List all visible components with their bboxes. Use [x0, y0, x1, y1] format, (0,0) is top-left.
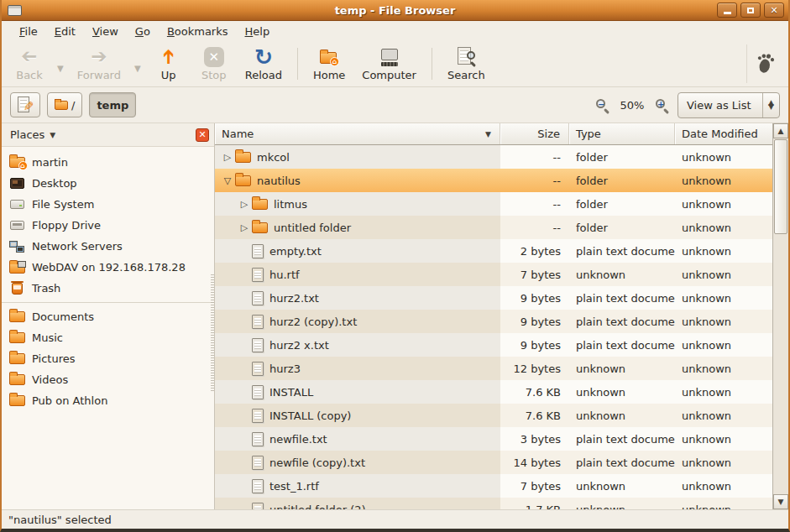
file-row-hu-rtf[interactable]: hu.rtf7 bytesunknownunknown — [215, 263, 772, 286]
zoom-out-button[interactable]: − — [595, 98, 610, 112]
up-button[interactable]: Up — [146, 44, 191, 85]
scrollbar-track[interactable] — [773, 138, 788, 494]
file-list: Name▼SizeTypeDate Modified ▷mkcol--folde… — [215, 123, 772, 509]
menu-item-bookmarks[interactable]: Bookmarks — [160, 23, 236, 40]
file-type: folder — [576, 151, 608, 164]
sidebar-item-network-servers[interactable]: Network Servers — [2, 236, 214, 257]
column-header-name[interactable]: Name▼ — [215, 123, 500, 144]
sidebar-item-videos[interactable]: Videos — [2, 369, 214, 390]
places-header: Places ▼ ✕ — [2, 123, 214, 147]
sidebar-item-webdav-on-192-168-178-28[interactable]: WebDAV on 192.168.178.28 — [2, 257, 214, 278]
sort-descending-icon: ▼ — [485, 130, 491, 138]
file-name: hu.rtf — [269, 269, 300, 281]
file-size: 7 bytes — [521, 269, 561, 281]
file-row-untitled-folder-2-[interactable]: untitled folder (2)1.7 KBunknownunknown — [215, 498, 772, 509]
file-date-modified: unknown — [682, 222, 731, 234]
menu-item-view[interactable]: View — [85, 23, 126, 40]
text-file-icon — [252, 268, 264, 282]
folder-icon — [8, 374, 25, 385]
stop-button[interactable]: Stop — [191, 44, 237, 85]
sidebar-item-desktop[interactable]: Desktop — [2, 173, 214, 194]
file-type: unknown — [576, 269, 625, 281]
titlebar[interactable]: temp - File Browser ✕ — [2, 0, 788, 21]
root-path-button[interactable]: / — [47, 92, 82, 117]
text-file-icon — [252, 385, 264, 399]
computer-button[interactable]: Computer — [353, 44, 425, 85]
file-size: 7.6 KB — [526, 386, 561, 399]
file-row-mkcol[interactable]: ▷mkcol--folderunknown — [215, 145, 772, 169]
file-date-modified: unknown — [682, 151, 731, 164]
places-title[interactable]: Places — [10, 128, 44, 141]
file-type: folder — [576, 198, 608, 211]
file-type: plain text document — [576, 339, 675, 352]
sidebar-item-martin[interactable]: ⌂martin — [2, 152, 214, 173]
file-row-hurz2-txt[interactable]: hurz2.txt9 bytesplain text documentunkno… — [215, 286, 772, 310]
menu-item-edit[interactable]: Edit — [47, 23, 83, 40]
file-size: 1.7 KB — [526, 503, 561, 510]
maximize-button-icon[interactable] — [740, 3, 761, 18]
expander-closed-icon[interactable]: ▷ — [237, 199, 252, 210]
vertical-scrollbar[interactable]: ▲ ▼ — [772, 123, 788, 509]
back-button[interactable]: Back — [7, 44, 52, 85]
minimize-button-icon[interactable] — [717, 3, 737, 18]
reload-button[interactable]: Reload — [237, 44, 290, 85]
file-row-newfile-txt[interactable]: newfile.txt3 bytesplain text documentunk… — [215, 427, 772, 451]
forward-history-dropdown-icon[interactable]: ▼ — [131, 64, 144, 73]
chevron-down-icon: ▼ — [50, 131, 55, 139]
current-path-button[interactable]: temp — [89, 92, 136, 117]
edit-location-button[interactable]: ✎ — [10, 92, 40, 117]
column-header-type[interactable]: Type — [569, 123, 675, 144]
search-button[interactable]: Search — [439, 44, 494, 85]
home-button[interactable]: ⌂Home — [305, 44, 353, 85]
zoom-in-button[interactable]: + — [655, 98, 669, 112]
sidebar-item-floppy-drive[interactable]: Floppy Drive — [2, 215, 214, 236]
file-row-hurz2-x-txt[interactable]: hurz2 x.txt9 bytesplain text documentunk… — [215, 333, 772, 357]
file-row-test-1-rtf[interactable]: test_1.rtf7 bytesunknownunknown — [215, 474, 772, 498]
column-header-date-modified[interactable]: Date Modified — [675, 123, 772, 144]
file-size: -- — [553, 175, 561, 187]
home-folder-icon: ⌂ — [8, 157, 25, 168]
close-sidebar-icon[interactable]: ✕ — [196, 128, 209, 142]
forward-button[interactable]: Forward — [69, 44, 129, 85]
file-row-empty-txt[interactable]: empty.txt2 bytesplain text documentunkno… — [215, 239, 772, 263]
file-date-modified: unknown — [682, 339, 731, 352]
folder-icon — [252, 199, 268, 210]
file-row-newfile-copy-txt[interactable]: newfile (copy).txt14 bytesplain text doc… — [215, 451, 772, 474]
file-date-modified: unknown — [682, 503, 731, 510]
sidebar-item-music[interactable]: Music — [2, 327, 214, 348]
expander-open-icon[interactable]: ▽ — [220, 175, 235, 186]
back-history-dropdown-icon[interactable]: ▼ — [54, 64, 67, 73]
expander-closed-icon[interactable]: ▷ — [220, 152, 235, 163]
menu-item-go[interactable]: Go — [128, 23, 158, 40]
file-name: INSTALL — [269, 386, 313, 399]
sidebar-item-pub-on-athlon[interactable]: Pub on Athlon — [2, 390, 214, 411]
file-row-litmus[interactable]: ▷litmus--folderunknown — [215, 192, 772, 216]
expander-closed-icon[interactable]: ▷ — [237, 222, 252, 233]
menu-item-file[interactable]: File — [12, 23, 45, 40]
scrollbar-thumb[interactable] — [774, 139, 787, 234]
view-mode-select[interactable]: View as List ▲▼ — [678, 92, 780, 118]
column-header-size[interactable]: Size — [500, 123, 569, 144]
file-row-hurz3[interactable]: hurz312 bytesunknownunknown — [215, 357, 772, 380]
file-date-modified: unknown — [682, 409, 731, 422]
file-name: hurz3 — [269, 362, 301, 375]
sidebar-item-trash[interactable]: Trash — [2, 278, 214, 299]
file-row-install[interactable]: INSTALL7.6 KBunknownunknown — [215, 380, 772, 404]
file-name: test_1.rtf — [269, 480, 319, 493]
sidebar-item-pictures[interactable]: Pictures — [2, 348, 214, 369]
home-label: Home — [313, 69, 345, 81]
file-row-nautilus[interactable]: ▽nautilus--folderunknown — [215, 169, 772, 192]
file-row-install-copy-[interactable]: INSTALL (copy)7.6 KBunknownunknown — [215, 404, 772, 427]
file-row-hurz2-copy-txt[interactable]: hurz2 (copy).txt9 bytesplain text docume… — [215, 310, 772, 333]
text-file-icon — [252, 244, 264, 258]
file-row-untitled-folder[interactable]: ▷untitled folder--folderunknown — [215, 216, 772, 239]
menu-item-help[interactable]: Help — [238, 23, 278, 40]
scroll-up-icon[interactable]: ▲ — [773, 123, 788, 138]
sidebar-item-file-system[interactable]: File System — [2, 194, 214, 215]
status-bar: "nautilus" selected — [2, 509, 788, 529]
scroll-down-icon[interactable]: ▼ — [773, 494, 788, 509]
close-button-icon[interactable]: ✕ — [764, 3, 784, 18]
column-header-label: Date Modified — [682, 128, 758, 140]
file-type: plain text document — [576, 292, 675, 305]
sidebar-item-documents[interactable]: Documents — [2, 306, 214, 327]
